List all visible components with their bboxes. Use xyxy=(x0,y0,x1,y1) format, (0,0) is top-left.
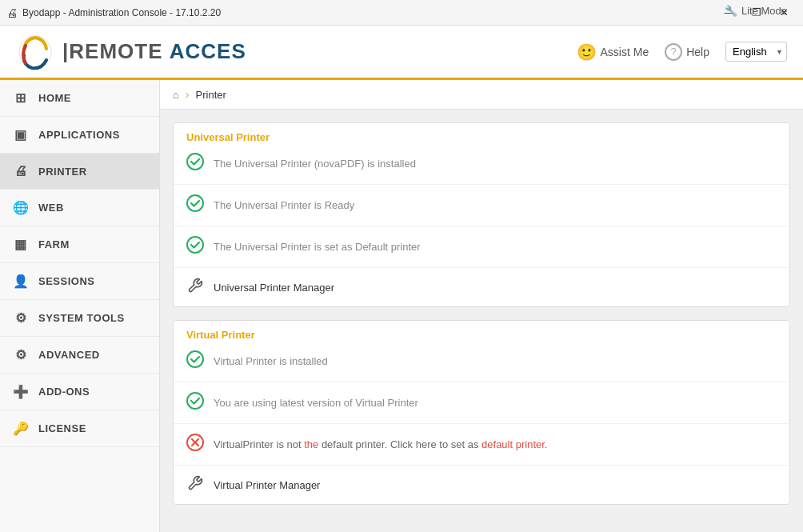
universal-printer-title: Universal Printer xyxy=(174,123,789,143)
sidebar-item-system-tools-label: SYSTEM TOOLS xyxy=(38,312,125,324)
universal-printer-text-0: The Universal Printer (novaPDF) is insta… xyxy=(214,158,416,170)
svg-point-5 xyxy=(187,393,203,409)
virtual-printer-manager-row[interactable]: Virtual Printer Manager xyxy=(174,466,789,504)
sidebar-item-license[interactable]: 🔑 LICENSE xyxy=(0,410,159,447)
sidebar-item-web[interactable]: 🌐 WEB xyxy=(0,190,159,226)
error-text-before: VirtualPrinter is not xyxy=(214,438,304,450)
license-icon: 🔑 xyxy=(13,421,29,436)
lite-mode-button[interactable]: 🔧 Lite Mode xyxy=(725,5,787,17)
logo: |REMOTE ACCES xyxy=(16,33,246,71)
sidebar-item-sessions[interactable]: 👤 SESSIONS xyxy=(0,263,159,300)
check-icon-3 xyxy=(186,350,204,372)
sidebar-item-system-tools[interactable]: ⚙ SYSTEM TOOLS xyxy=(0,300,159,337)
check-icon-2 xyxy=(186,236,204,258)
svg-point-3 xyxy=(187,237,203,253)
sidebar-item-add-ons[interactable]: ➕ ADD-ONS xyxy=(0,374,159,410)
help-label: Help xyxy=(686,46,709,58)
web-icon: 🌐 xyxy=(13,200,29,215)
virtual-printer-text-0: Virtual Printer is installed xyxy=(214,355,328,367)
sidebar-item-applications[interactable]: ▣ APPLICATIONS xyxy=(0,117,159,154)
main-layout: ⊞ HOME ▣ APPLICATIONS 🖨 PRINTER 🌐 WEB ▦ … xyxy=(0,80,803,532)
virtual-printer-row-1: You are using latest version of Virtual … xyxy=(174,382,789,424)
home-icon: ⊞ xyxy=(13,90,29,106)
breadcrumb-separator: › xyxy=(186,88,190,101)
logo-text: |REMOTE ACCES xyxy=(62,39,246,64)
universal-printer-row-2: The Universal Printer is set as Default … xyxy=(174,226,789,268)
wrench-icon-0 xyxy=(186,278,204,297)
virtual-printer-card: Virtual Printer Virtual Printer is insta… xyxy=(173,320,790,505)
topbar: |REMOTE ACCES 🔧 Lite Mode 🙂 Assist Me ? … xyxy=(0,26,803,80)
set-default-link[interactable]: default printer xyxy=(481,438,545,450)
assist-me-button[interactable]: 🙂 Assist Me xyxy=(577,42,649,62)
sessions-icon: 👤 xyxy=(13,274,29,289)
lite-mode-label: Lite Mode xyxy=(741,5,787,17)
sidebar-item-home-label: HOME xyxy=(38,92,71,104)
virtual-printer-title: Virtual Printer xyxy=(174,321,789,341)
svg-point-4 xyxy=(187,351,203,367)
sidebar-item-printer-label: PRINTER xyxy=(38,166,87,178)
sidebar-item-web-label: WEB xyxy=(38,202,64,214)
svg-point-2 xyxy=(187,195,203,211)
sidebar: ⊞ HOME ▣ APPLICATIONS 🖨 PRINTER 🌐 WEB ▦ … xyxy=(0,80,160,532)
lite-mode-icon: 🔧 xyxy=(725,5,737,17)
sidebar-item-farm-label: FARM xyxy=(38,238,70,250)
sidebar-item-sessions-label: SESSIONS xyxy=(38,275,94,287)
assist-me-icon: 🙂 xyxy=(577,42,597,62)
virtual-printer-error-text: VirtualPrinter is not the default printe… xyxy=(214,438,547,450)
universal-printer-manager-row[interactable]: Universal Printer Manager xyxy=(174,268,789,306)
app-icon: 🖨 xyxy=(6,6,18,19)
sidebar-item-home[interactable]: ⊞ HOME xyxy=(0,80,159,117)
universal-printer-card: Universal Printer The Universal Printer … xyxy=(173,122,790,307)
main-content: Universal Printer The Universal Printer … xyxy=(160,110,803,530)
app-title: Byodapp - Administration Console - 17.10… xyxy=(22,7,221,18)
check-icon-4 xyxy=(186,392,204,414)
help-button[interactable]: ? Help xyxy=(665,43,709,61)
logo-icon xyxy=(16,33,54,71)
error-text-after: . xyxy=(545,438,548,450)
breadcrumb: ⌂ › Printer xyxy=(160,80,803,110)
sidebar-item-advanced[interactable]: ⚙ ADVANCED xyxy=(0,337,159,374)
language-select[interactable]: English French German Spanish xyxy=(725,42,787,62)
sidebar-item-printer[interactable]: 🖨 PRINTER xyxy=(0,154,159,190)
error-text-highlight: the xyxy=(304,438,318,450)
titlebar: 🖨 Byodapp - Administration Console - 17.… xyxy=(0,0,803,26)
advanced-icon: ⚙ xyxy=(13,347,29,362)
universal-printer-row-0: The Universal Printer (novaPDF) is insta… xyxy=(174,143,789,185)
error-text-middle: default printer. Click here to set as xyxy=(318,438,481,450)
system-tools-icon: ⚙ xyxy=(13,310,29,326)
sidebar-item-advanced-label: ADVANCED xyxy=(38,349,100,361)
wrench-icon-1 xyxy=(186,475,204,494)
breadcrumb-current: Printer xyxy=(196,89,226,101)
virtual-printer-text-1: You are using latest version of Virtual … xyxy=(214,397,418,409)
sidebar-item-applications-label: APPLICATIONS xyxy=(38,129,120,141)
printer-icon: 🖨 xyxy=(13,164,29,178)
help-icon: ? xyxy=(665,43,682,61)
applications-icon: ▣ xyxy=(13,127,29,142)
sidebar-item-farm[interactable]: ▦ FARM xyxy=(0,226,159,263)
check-icon-0 xyxy=(186,153,204,174)
virtual-printer-manager-label: Virtual Printer Manager xyxy=(214,479,320,491)
virtual-printer-error-row[interactable]: VirtualPrinter is not the default printe… xyxy=(174,424,789,466)
add-ons-icon: ➕ xyxy=(13,384,29,399)
error-icon xyxy=(186,434,204,455)
assist-me-label: Assist Me xyxy=(601,46,649,58)
virtual-printer-row-0: Virtual Printer is installed xyxy=(174,341,789,382)
farm-icon: ▦ xyxy=(13,237,29,252)
svg-point-1 xyxy=(187,154,203,170)
sidebar-item-add-ons-label: ADD-ONS xyxy=(38,386,90,398)
universal-printer-row-1: The Universal Printer is Ready xyxy=(174,185,789,226)
home-breadcrumb-icon[interactable]: ⌂ xyxy=(173,89,179,101)
titlebar-left: 🖨 Byodapp - Administration Console - 17.… xyxy=(6,6,221,19)
universal-printer-manager-label: Universal Printer Manager xyxy=(214,282,334,294)
language-selector[interactable]: English French German Spanish xyxy=(725,42,787,62)
check-icon-1 xyxy=(186,194,204,216)
universal-printer-text-1: The Universal Printer is Ready xyxy=(214,199,354,211)
universal-printer-text-2: The Universal Printer is set as Default … xyxy=(214,241,421,253)
content-area: ⌂ › Printer Universal Printer The Univer… xyxy=(160,80,803,532)
sidebar-item-license-label: LICENSE xyxy=(38,422,86,434)
